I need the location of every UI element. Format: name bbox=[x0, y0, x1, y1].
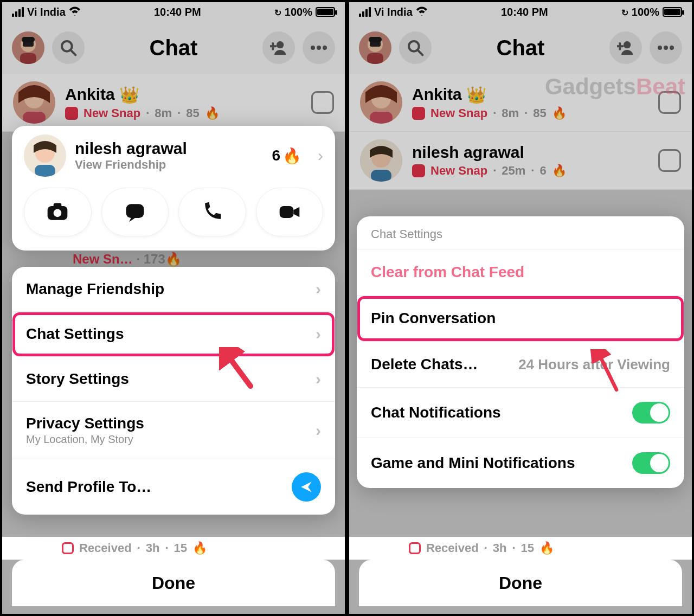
status-time: 10:40 PM bbox=[501, 6, 548, 18]
peek-streak2: 15 bbox=[174, 541, 187, 555]
video-call-button[interactable] bbox=[256, 188, 324, 236]
flame-icon: 🔥 bbox=[552, 106, 567, 120]
more-button[interactable] bbox=[303, 31, 335, 64]
add-friend-button[interactable] bbox=[609, 31, 642, 64]
svg-point-7 bbox=[277, 41, 284, 48]
svg-rect-20 bbox=[126, 204, 144, 218]
done-button[interactable]: Done bbox=[12, 560, 335, 606]
view-friendship-row[interactable]: nilesh agrawal View Friendship 6🔥 › bbox=[24, 134, 323, 177]
more-button[interactable] bbox=[650, 31, 682, 64]
chat-row-ankita[interactable]: Ankita 👑 New Snap ·8m ·85🔥 bbox=[2, 74, 345, 132]
status-time: 10:40 PM bbox=[154, 6, 201, 18]
chevron-right-icon: › bbox=[316, 280, 321, 298]
svg-rect-26 bbox=[369, 37, 382, 42]
friend-profile-sheet: nilesh agrawal View Friendship 6🔥 › bbox=[12, 126, 335, 251]
chat-settings-sheet: Chat Settings Clear from Chat Feed Pin C… bbox=[357, 216, 684, 488]
page-title: Chat bbox=[439, 36, 602, 60]
crown-icon: 👑 bbox=[466, 85, 486, 104]
snap-time: 8m bbox=[155, 106, 172, 120]
profile-sub: View Friendship bbox=[75, 158, 187, 172]
pin-conversation-row[interactable]: Pin Conversation bbox=[357, 296, 684, 342]
camera-icon[interactable] bbox=[311, 91, 334, 114]
flame-icon: 🔥 bbox=[205, 106, 220, 120]
profile-avatar[interactable] bbox=[12, 31, 44, 64]
carrier-label: Vi India bbox=[27, 6, 66, 18]
peek-received: Received bbox=[426, 541, 479, 555]
send-profile-row[interactable]: Send Profile To… bbox=[12, 459, 335, 515]
phone-right: Vi India 10:40 PM 100% Chat GadgetsBeat bbox=[349, 2, 692, 614]
chat-button[interactable] bbox=[101, 188, 169, 236]
new-snap-icon bbox=[412, 164, 425, 177]
done-button[interactable]: Done bbox=[359, 560, 682, 606]
annotation-arrow bbox=[589, 349, 627, 393]
chat-header: Chat bbox=[349, 22, 692, 74]
flame-icon: 🔥 bbox=[165, 252, 182, 266]
battery-icon bbox=[663, 7, 682, 17]
privacy-settings-sub: My Location, My Story bbox=[26, 433, 144, 446]
send-icon[interactable] bbox=[292, 472, 321, 502]
chat-header: Chat bbox=[2, 22, 345, 74]
battery-icon bbox=[316, 7, 335, 17]
chat-notifications-toggle[interactable] bbox=[632, 402, 670, 424]
peek-time: 3h bbox=[146, 541, 160, 555]
pin-conversation-label: Pin Conversation bbox=[371, 310, 496, 327]
status-bar: Vi India 10:40 PM 100% bbox=[349, 2, 692, 22]
svg-point-18 bbox=[54, 209, 62, 217]
done-label: Done bbox=[152, 573, 195, 593]
game-notifications-row[interactable]: Game and Mini Notifications bbox=[357, 438, 684, 488]
svg-rect-21 bbox=[279, 206, 293, 218]
peek-status: New Sn… bbox=[73, 252, 133, 266]
snap-time: 25m bbox=[502, 164, 525, 178]
chat-settings-row[interactable]: Chat Settings › bbox=[12, 312, 335, 357]
signal-icon bbox=[359, 7, 371, 17]
avatar-ankita bbox=[360, 81, 402, 124]
audio-call-button[interactable] bbox=[178, 188, 246, 236]
svg-rect-4 bbox=[22, 37, 35, 42]
add-friend-button[interactable] bbox=[262, 31, 295, 64]
snap-streak: 6 bbox=[539, 164, 546, 178]
camera-icon[interactable] bbox=[658, 149, 681, 172]
manage-friendship-row[interactable]: Manage Friendship › bbox=[12, 267, 335, 312]
game-notifications-toggle[interactable] bbox=[632, 452, 670, 474]
svg-point-10 bbox=[323, 46, 327, 50]
chat-name: nilesh agrawal bbox=[412, 143, 524, 162]
svg-point-32 bbox=[670, 46, 674, 50]
chat-notifications-label: Chat Notifications bbox=[371, 404, 501, 421]
search-button[interactable] bbox=[52, 31, 85, 64]
snap-time: 8m bbox=[502, 106, 519, 120]
flame-icon: 🔥 bbox=[282, 147, 301, 165]
svg-point-29 bbox=[624, 41, 631, 48]
friend-actions-sheet: Manage Friendship › Chat Settings › Stor… bbox=[12, 267, 335, 515]
flame-icon: 🔥 bbox=[539, 541, 554, 555]
profile-avatar[interactable] bbox=[359, 31, 391, 64]
svg-rect-16 bbox=[35, 165, 55, 177]
snap-streak: 85 bbox=[186, 106, 199, 120]
story-settings-row[interactable]: Story Settings › bbox=[12, 357, 335, 402]
peek-received: Received bbox=[79, 541, 132, 555]
story-settings-label: Story Settings bbox=[26, 370, 129, 388]
avatar-ankita bbox=[13, 81, 55, 124]
svg-line-6 bbox=[70, 50, 75, 55]
svg-point-8 bbox=[311, 46, 315, 50]
clear-from-feed-row[interactable]: Clear from Chat Feed bbox=[357, 249, 684, 296]
chat-row-nilesh[interactable]: nilesh agrawal New Snap ·25m ·6🔥 bbox=[349, 132, 692, 190]
privacy-settings-row[interactable]: Privacy Settings My Location, My Story › bbox=[12, 402, 335, 459]
battery-percent: 100% bbox=[632, 6, 659, 18]
carrier-label: Vi India bbox=[374, 6, 413, 18]
peek-time: 3h bbox=[493, 541, 507, 555]
svg-rect-24 bbox=[367, 53, 383, 64]
done-label: Done bbox=[499, 573, 542, 593]
profile-name: nilesh agrawal bbox=[75, 139, 187, 158]
manage-friendship-label: Manage Friendship bbox=[26, 280, 164, 298]
battery-percent: 100% bbox=[285, 6, 312, 18]
snap-camera-button[interactable] bbox=[24, 188, 92, 236]
search-button[interactable] bbox=[399, 31, 432, 64]
chevron-right-icon: › bbox=[316, 325, 321, 343]
flame-icon: 🔥 bbox=[552, 164, 567, 178]
delete-chats-row[interactable]: Delete Chats… 24 Hours after Viewing bbox=[357, 342, 684, 388]
snap-status: New Snap bbox=[430, 106, 487, 120]
rotation-lock-icon bbox=[621, 6, 628, 18]
phone-left: Vi India 10:40 PM 100% Chat bbox=[2, 2, 345, 614]
delete-chats-label: Delete Chats… bbox=[371, 356, 478, 373]
chat-notifications-row[interactable]: Chat Notifications bbox=[357, 388, 684, 438]
